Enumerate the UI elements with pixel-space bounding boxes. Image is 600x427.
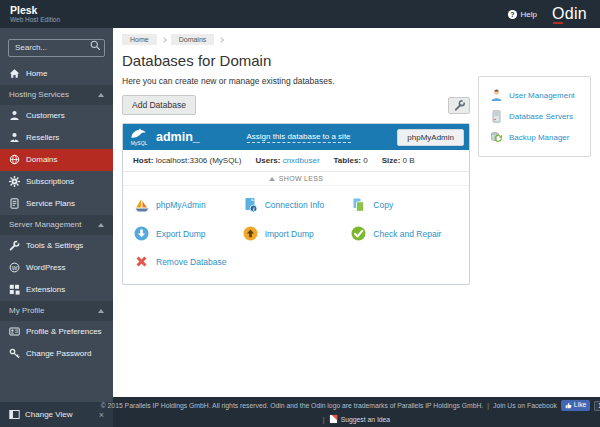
like-count-badge: 11k (594, 401, 600, 411)
action-phpmyadmin[interactable]: phpMyAdmin (133, 197, 242, 213)
sidebar-item-label: Change Password (26, 349, 91, 358)
breadcrumb-home[interactable]: Home (122, 34, 157, 45)
database-name: admin_ (156, 130, 200, 144)
thumbs-up-icon (565, 402, 572, 409)
sidebar-item-label: Resellers (26, 133, 59, 142)
page-content: Home Domains Databases for Domain Here y… (113, 28, 600, 397)
top-bar: Plesk Web Host Edition ? Help Odin (0, 0, 600, 28)
phpmyadmin-button[interactable]: phpMyAdmin (397, 129, 464, 146)
copy-documents-icon (350, 197, 367, 213)
wrench-icon (453, 99, 466, 112)
change-view-icon (9, 409, 20, 420)
sidebar-item-domains[interactable]: Domains (0, 149, 113, 171)
show-less-label: SHOW LESS (279, 175, 323, 182)
size-value: 0 B (403, 156, 415, 165)
sidebar-item-service-plans[interactable]: Service Plans (0, 193, 113, 215)
topbar-right: ? Help Odin (507, 6, 587, 22)
action-check-repair[interactable]: Check and Repair (350, 226, 459, 241)
database-servers-link[interactable]: Database Servers (479, 106, 590, 127)
chevron-up-icon (269, 177, 275, 181)
help-button[interactable]: ? Help (507, 9, 537, 20)
user-management-link[interactable]: User Management (479, 85, 590, 106)
host-value: localhost:3306 (MySQL) (156, 156, 242, 165)
svg-text:?: ? (510, 11, 514, 18)
action-copy[interactable]: Copy (350, 197, 459, 213)
blocks-icon (9, 284, 20, 295)
sidebar-item-profile-preferences[interactable]: Profile & Preferences (0, 321, 113, 343)
sidebar-section-my-profile[interactable]: My Profile (0, 301, 113, 321)
tables-value: 0 (363, 156, 367, 165)
users-info: Users: cnxdbuser (256, 156, 320, 165)
breadcrumb: Home Domains (122, 34, 591, 45)
sidebar-item-home[interactable]: Home (0, 63, 113, 85)
help-label: Help (521, 10, 537, 19)
assign-database-link[interactable]: Assign this database to a site (247, 132, 351, 143)
host-info: Host: localhost:3306 (MySQL) (133, 156, 242, 165)
wrench-icon (9, 240, 20, 251)
sidebar-item-change-password[interactable]: Change Password (0, 343, 113, 365)
show-less-toggle[interactable]: SHOW LESS (123, 171, 469, 186)
collapse-arrow-icon (98, 93, 104, 97)
action-label: Connection Info (265, 200, 325, 210)
users-value-link[interactable]: cnxdbuser (283, 156, 320, 165)
action-label: phpMyAdmin (156, 200, 206, 210)
sidebar-item-extensions[interactable]: Extensions (0, 279, 113, 301)
database-actions-grid: phpMyAdmin i Connection Info Copy (123, 186, 469, 284)
page-description: Here you can create new or manage existi… (122, 76, 470, 86)
sidebar-item-resellers[interactable]: Resellers (0, 127, 113, 149)
body-row: Home Hosting Services Customers Reseller… (0, 28, 600, 427)
upload-circle-icon (242, 226, 259, 241)
sidebar-item-label: Service Plans (26, 199, 75, 208)
wordpress-icon: W (9, 262, 20, 273)
plesk-brand: Plesk Web Host Edition (10, 5, 60, 24)
chevron-right-icon (218, 37, 224, 43)
action-label: Export Dump (156, 229, 206, 239)
database-card-header: MySQL admin_ Assign this database to a s… (123, 124, 469, 150)
person-icon (9, 110, 20, 121)
footer-suggest-line: | Suggest an Idea (323, 414, 390, 424)
host-label: Host: (133, 156, 153, 165)
panel-link-label: Backup Manager (509, 133, 569, 142)
action-remove-database[interactable]: Remove Database (133, 254, 242, 269)
action-label: Check and Repair (373, 229, 441, 239)
page-title: Databases for Domain (122, 52, 591, 69)
suggest-idea-link[interactable]: Suggest an Idea (329, 414, 391, 424)
sidebar-item-label: WordPress (26, 263, 65, 272)
sidebar-section-hosting-services[interactable]: Hosting Services (0, 85, 113, 105)
mysql-dolphin-icon: MySQL (130, 128, 148, 146)
breadcrumb-domains[interactable]: Domains (171, 34, 215, 45)
size-info: Size: 0 B (382, 156, 415, 165)
tables-label: Tables: (334, 156, 361, 165)
product-name: Plesk (10, 5, 60, 16)
settings-wrench-button[interactable] (448, 97, 470, 114)
footer-separator: | (323, 416, 325, 423)
odin-logo: Odin (552, 6, 587, 22)
action-export-dump[interactable]: Export Dump (133, 226, 242, 241)
action-import-dump[interactable]: Import Dump (242, 226, 351, 241)
sidebar-item-label: Domains (26, 155, 58, 164)
sidebar-item-subscriptions[interactable]: Subscriptions (0, 171, 113, 193)
server-icon (490, 110, 503, 123)
action-label: Remove Database (156, 257, 226, 267)
action-connection-info[interactable]: i Connection Info (242, 197, 351, 213)
sidebar-item-tools-settings[interactable]: Tools & Settings (0, 235, 113, 257)
sidebar-section-server-management[interactable]: Server Management (0, 215, 113, 235)
add-database-button[interactable]: Add Database (122, 95, 196, 115)
document-info-icon: i (242, 197, 259, 213)
panel-link-label: User Management (509, 91, 575, 100)
facebook-like-button[interactable]: Like (561, 400, 590, 411)
user-icon (490, 89, 503, 102)
sidebar-item-customers[interactable]: Customers (0, 105, 113, 127)
backup-manager-link[interactable]: Backup Manager (479, 127, 590, 148)
related-links-panel: User Management Database Servers Backup … (478, 76, 591, 157)
sidebar-item-wordpress[interactable]: W WordPress (0, 257, 113, 279)
footer: © 2015 Parallels IP Holdings GmbH. All r… (113, 397, 600, 427)
database-card: MySQL admin_ Assign this database to a s… (122, 123, 470, 285)
key-icon (9, 348, 20, 359)
collapse-arrow-icon (98, 309, 104, 313)
change-view-button[interactable]: Change View × (0, 402, 113, 427)
section-label: Hosting Services (9, 90, 69, 99)
globe-icon (9, 154, 20, 165)
sidebar-item-label: Customers (26, 111, 65, 120)
person-icon (9, 132, 20, 143)
